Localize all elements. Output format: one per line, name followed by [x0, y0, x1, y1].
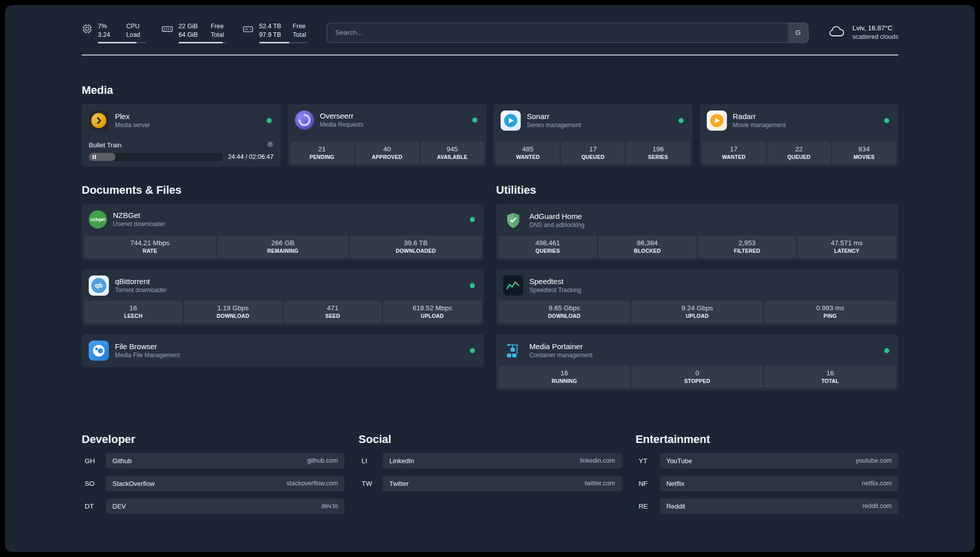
service-card-adguard[interactable]: AdGuard Home DNS and adblocking 498,461 … — [496, 204, 898, 260]
bookmark-abbr: YT — [636, 457, 660, 465]
disk-icon — [242, 23, 254, 37]
stat-download: 9.65 Gbps DOWNLOAD — [499, 301, 630, 323]
stat-stopped: 0 STOPPED — [632, 366, 763, 388]
bookmark-group-social: Social LI LinkedIn linkedin.com TW Twitt… — [358, 433, 621, 521]
resource-memory: 22 GiB Free 64 GiB Total — [161, 22, 227, 43]
memory-progress-bar — [178, 42, 227, 43]
bookmark-netflix[interactable]: NF Netflix netflix.com — [636, 476, 898, 491]
bookmark-abbr: TW — [358, 480, 383, 487]
cpu-load-value: 3.24 — [98, 31, 116, 39]
bookmark-url: netflix.com — [862, 480, 892, 487]
stat-ping: 0.993 ms PING — [764, 301, 896, 323]
bookmark-name: DEV — [112, 503, 126, 510]
bookmark-abbr: NF — [636, 480, 660, 487]
service-name: Plex — [115, 112, 261, 121]
now-playing-widget: Bullet Train — [84, 141, 278, 164]
top-bar: 7% CPU 3.24 Load — [82, 22, 898, 43]
service-card-plex[interactable]: Plex Media server Bullet Train — [82, 104, 281, 166]
bookmark-linkedin[interactable]: LI LinkedIn linkedin.com — [358, 453, 621, 469]
stat-total: 16 TOTAL — [764, 366, 896, 388]
resource-disk: 52.4 TB Free 97.9 TB Total — [242, 22, 308, 43]
stat-pending: 21 PENDING — [290, 142, 354, 164]
stat-remaining: 266 GB REMAINING — [217, 236, 349, 258]
service-desc: Media Requests — [320, 121, 467, 128]
service-card-qbittorrent[interactable]: qb qBittorrent Torrent downloader 16 — [82, 269, 484, 325]
status-dot — [267, 118, 272, 123]
status-dot — [470, 283, 475, 288]
stat-downloaded: 39.6 TB DOWNLOADED — [350, 236, 481, 258]
service-name: NZBGet — [113, 211, 464, 219]
memory-icon — [161, 23, 173, 37]
sonarr-icon — [501, 110, 521, 131]
service-name: Sonarr — [527, 112, 672, 121]
disk-free-value: 52.4 TB — [259, 22, 283, 30]
status-dot — [472, 118, 477, 123]
stat-seed: 471 SEED — [284, 301, 382, 323]
section-title-utilities: Utilities — [496, 184, 898, 197]
filebrowser-icon — [89, 341, 109, 361]
service-desc: Series management — [527, 122, 672, 129]
service-desc: Media server — [115, 122, 261, 129]
bookmark-url: dev.to — [321, 503, 338, 510]
bookmark-abbr: SO — [82, 480, 106, 487]
google-search-button[interactable]: G — [788, 23, 808, 42]
stat-leech: 16 LEECH — [84, 301, 182, 323]
bookmark-group-entertainment: Entertainment YT YouTube youtube.com NF … — [636, 433, 898, 521]
section-title-media: Media — [82, 84, 898, 97]
service-desc: Usenet downloader — [113, 220, 464, 228]
bookmark-abbr: GH — [82, 457, 106, 465]
service-desc: DNS and adblocking — [529, 221, 891, 229]
bookmark-url: youtube.com — [855, 457, 892, 464]
disk-total-label: Total — [293, 31, 308, 39]
disk-total-value: 97.9 TB — [259, 31, 283, 39]
status-dot — [470, 348, 475, 353]
service-card-sonarr[interactable]: Sonarr Series management 485 WANTED 17 Q… — [494, 104, 693, 166]
bookmark-reddit[interactable]: RE Reddit reddit.com — [636, 498, 898, 514]
service-card-speedtest[interactable]: Speedtest Speedtest Tracking 9.65 Gbps D… — [496, 269, 898, 325]
header-divider — [82, 54, 898, 55]
weather-condition: scattered clouds — [852, 33, 898, 42]
bookmark-dev[interactable]: DT DEV dev.to — [82, 498, 344, 514]
stat-upload: 9.24 Gbps UPLOAD — [632, 301, 763, 323]
service-name: Speedtest — [529, 277, 891, 286]
service-card-overseerr[interactable]: Overseerr Media Requests 21 PENDING 40 A… — [288, 104, 487, 166]
bookmark-name: YouTube — [666, 457, 692, 465]
playback-progress-bar[interactable] — [89, 153, 223, 161]
search-input[interactable] — [327, 23, 788, 42]
service-card-nzbget[interactable]: nzbget NZBGet Usenet downloader 744.21 M… — [82, 204, 484, 260]
dashboard: 7% CPU 3.24 Load — [5, 5, 975, 552]
bookmark-stackoverflow[interactable]: SO StackOverflow stackoverflow.com — [82, 476, 344, 491]
status-dot — [470, 217, 475, 222]
service-card-radarr[interactable]: Radarr Movie management 17 WANTED 22 QUE… — [700, 104, 899, 166]
memory-total-value: 64 GiB — [178, 31, 201, 39]
stat-queries: 498,461 QUERIES — [499, 236, 597, 258]
section-title-social: Social — [358, 433, 621, 446]
bookmark-youtube[interactable]: YT YouTube youtube.com — [636, 453, 898, 469]
search-bar: G — [327, 23, 809, 43]
pause-icon — [93, 155, 96, 159]
bookmark-group-developer: Developer GH Github github.com SO StackO… — [82, 433, 344, 521]
bookmark-abbr: DT — [82, 503, 106, 510]
stat-queued: 22 QUEUED — [767, 142, 831, 164]
bookmark-abbr: RE — [636, 503, 660, 510]
memory-free-value: 22 GiB — [178, 22, 201, 30]
cpu-icon — [82, 23, 93, 36]
status-dot — [884, 348, 889, 353]
service-name: Overseerr — [320, 112, 467, 120]
service-card-portainer[interactable]: Media Portainer Container management 16 … — [496, 334, 898, 391]
cpu-progress-bar — [98, 42, 146, 43]
service-name: Radarr — [733, 112, 879, 121]
bookmark-url: twitter.com — [585, 480, 615, 487]
gear-icon[interactable] — [267, 141, 274, 149]
stat-approved: 40 APPROVED — [355, 142, 419, 164]
status-dot — [679, 118, 684, 123]
stat-queued: 17 QUEUED — [561, 142, 625, 164]
bookmark-twitter[interactable]: TW Twitter twitter.com — [358, 476, 621, 491]
stat-upload: 618.52 Mbps UPLOAD — [383, 301, 481, 323]
adguard-icon — [503, 210, 523, 231]
service-card-filebrowser[interactable]: File Browser Media File Management — [82, 334, 484, 367]
bookmark-abbr: LI — [358, 457, 383, 465]
bookmark-github[interactable]: GH Github github.com — [82, 453, 344, 469]
portainer-icon — [503, 341, 523, 361]
stat-wanted: 17 WANTED — [702, 142, 766, 164]
